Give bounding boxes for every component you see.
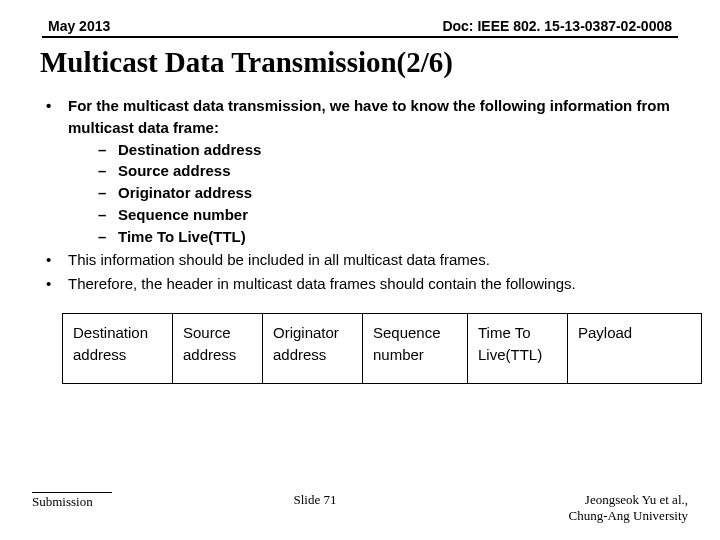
header-docnum: Doc: IEEE 802. 15-13-0387-02-0008: [442, 18, 672, 34]
header-date: May 2013: [48, 18, 110, 34]
footer-author: Jeongseok Yu et al.,: [585, 492, 688, 507]
footer-left: Submission: [32, 492, 112, 510]
frame-table: Destination address Source address Origi…: [62, 313, 702, 385]
bullet-item: This information should be included in a…: [40, 249, 680, 271]
slide-title: Multicast Data Transmission(2/6): [40, 46, 688, 79]
slide: May 2013 Doc: IEEE 802. 15-13-0387-02-00…: [0, 0, 720, 540]
sub-bullet: Sequence number: [94, 204, 680, 226]
footer-mid: Slide 71: [112, 492, 518, 508]
bullet-item: For the multicast data transmission, we …: [40, 95, 680, 247]
sub-bullet: Destination address: [94, 139, 680, 161]
bullet-text: For the multicast data transmission, we …: [68, 97, 670, 136]
frame-cell-ttl: Time To Live(TTL): [468, 313, 568, 384]
sub-bullet: Source address: [94, 160, 680, 182]
sub-bullet: Time To Live(TTL): [94, 226, 680, 248]
bullet-item: Therefore, the header in multicast data …: [40, 273, 680, 295]
frame-cell-sequence: Sequence number: [363, 313, 468, 384]
frame-cell-source: Source address: [173, 313, 263, 384]
sub-bullet: Originator address: [94, 182, 680, 204]
frame-cell-originator: Originator address: [263, 313, 363, 384]
slide-header: May 2013 Doc: IEEE 802. 15-13-0387-02-00…: [42, 18, 678, 38]
slide-footer: Submission Slide 71 Jeongseok Yu et al.,…: [32, 492, 688, 524]
slide-body: For the multicast data transmission, we …: [32, 95, 688, 384]
frame-cell-payload: Payload: [568, 313, 702, 384]
footer-affil: Chung-Ang University: [568, 508, 688, 523]
frame-cell-destination: Destination address: [63, 313, 173, 384]
table-row: Destination address Source address Origi…: [63, 313, 702, 384]
footer-right: Jeongseok Yu et al., Chung-Ang Universit…: [518, 492, 688, 524]
